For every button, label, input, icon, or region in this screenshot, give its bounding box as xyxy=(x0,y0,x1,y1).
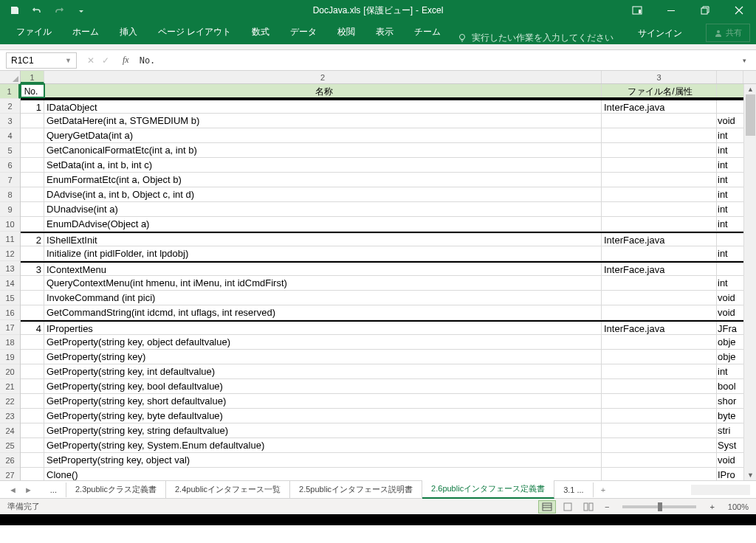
cell-no[interactable]: 4 xyxy=(21,322,44,334)
cell-no[interactable] xyxy=(21,468,44,480)
tab-team[interactable]: チーム xyxy=(404,21,451,44)
cell-file[interactable] xyxy=(602,305,717,319)
tab-insert[interactable]: 挿入 xyxy=(109,21,148,44)
cell-name[interactable]: GetProperty(string key) xyxy=(44,350,602,364)
cell-no[interactable] xyxy=(21,276,44,290)
cell-file[interactable] xyxy=(602,217,717,231)
row-header[interactable]: 18 xyxy=(0,335,20,350)
cell-return[interactable]: stri xyxy=(717,423,743,437)
cell-name[interactable]: SetData(int a, int b, int c) xyxy=(44,158,602,172)
row-header[interactable]: 23 xyxy=(0,409,20,423)
cell-file[interactable] xyxy=(602,379,717,393)
cell[interactable] xyxy=(717,84,743,97)
column-header-3[interactable]: 3 xyxy=(602,71,717,83)
sheet-nav-prev[interactable]: ◄ xyxy=(6,484,20,496)
row-header[interactable]: 2 xyxy=(0,99,20,114)
tab-view[interactable]: 表示 xyxy=(365,21,404,44)
cell-return[interactable]: JFra xyxy=(717,322,743,334)
scroll-up-arrow-icon[interactable]: ▲ xyxy=(744,84,756,94)
cell-name[interactable]: GetProperty(string key, System.Enum defa… xyxy=(44,438,602,452)
cell-no[interactable] xyxy=(21,305,44,319)
qat-customize-button[interactable] xyxy=(71,1,92,19)
cell-name[interactable]: QueryGetData(int a) xyxy=(44,128,602,142)
cell-return[interactable]: int xyxy=(717,143,743,157)
cell-name[interactable]: IShellExtInit xyxy=(44,233,602,246)
cell-file[interactable] xyxy=(602,128,717,142)
cell-return[interactable]: obje xyxy=(717,350,743,364)
chevron-down-icon[interactable]: ▼ xyxy=(65,57,72,64)
cell-file[interactable] xyxy=(602,143,717,157)
cell-name[interactable]: GetProperty(string key, object defaultva… xyxy=(44,335,602,349)
cell-file[interactable] xyxy=(602,246,717,260)
cell-no[interactable] xyxy=(21,246,44,260)
cell-no[interactable] xyxy=(21,379,44,393)
cell-no[interactable] xyxy=(21,394,44,408)
cell-return[interactable]: shor xyxy=(717,394,743,408)
cell-name[interactable]: GetCanonicalFormatEtc(int a, int b) xyxy=(44,143,602,157)
cell-return[interactable] xyxy=(717,233,743,246)
cell-file[interactable] xyxy=(602,350,717,364)
cell-no[interactable] xyxy=(21,173,44,187)
cell-no[interactable] xyxy=(21,128,44,142)
row-header[interactable]: 20 xyxy=(0,364,20,379)
row-header[interactable]: 15 xyxy=(0,291,20,305)
row-header[interactable]: 5 xyxy=(0,143,20,158)
row-header[interactable]: 9 xyxy=(0,202,20,217)
cell-return[interactable] xyxy=(717,100,743,113)
sheet-nav-next[interactable]: ► xyxy=(21,484,35,496)
cell-no[interactable] xyxy=(21,291,44,305)
zoom-slider[interactable] xyxy=(622,505,696,508)
zoom-out-button[interactable]: − xyxy=(600,502,614,511)
row-header[interactable]: 22 xyxy=(0,394,20,409)
sheet-tab[interactable]: 2.4publicインタフェース一覧 xyxy=(166,481,290,498)
tab-home[interactable]: ホーム xyxy=(62,21,109,44)
cell-no[interactable] xyxy=(21,114,44,128)
tab-file[interactable]: ファイル xyxy=(6,21,62,44)
cell-name[interactable]: GetProperty(string key, int defaultvalue… xyxy=(44,364,602,378)
select-all-corner[interactable] xyxy=(0,71,21,84)
cell-file[interactable] xyxy=(602,114,717,128)
zoom-slider-thumb[interactable] xyxy=(658,502,662,511)
cancel-formula-button[interactable]: ✕ xyxy=(87,55,94,66)
cell-no[interactable] xyxy=(21,202,44,216)
column-header-2[interactable]: 2 xyxy=(44,71,602,83)
cell-file[interactable] xyxy=(602,335,717,349)
cell-return[interactable]: int xyxy=(717,217,743,231)
cell-file[interactable] xyxy=(602,173,717,187)
cell-file[interactable] xyxy=(602,158,717,172)
cell-file[interactable] xyxy=(602,423,717,437)
cell-file[interactable]: InterFace.java xyxy=(602,263,717,275)
enter-formula-button[interactable]: ✓ xyxy=(102,55,109,66)
close-button[interactable] xyxy=(722,0,756,21)
scroll-thumb[interactable] xyxy=(746,94,755,136)
cell-file[interactable] xyxy=(602,394,717,408)
cell-name[interactable]: GetDataHere(int a, STGMEDIUM b) xyxy=(44,114,602,128)
row-header[interactable]: 17 xyxy=(0,320,20,335)
row-header[interactable]: 25 xyxy=(0,438,20,453)
cell-name[interactable]: QueryContextMenu(int hmenu, int iMenu, i… xyxy=(44,276,602,290)
page-layout-view-button[interactable] xyxy=(559,500,577,513)
cell-file[interactable] xyxy=(602,468,717,480)
zoom-in-button[interactable]: + xyxy=(705,502,718,511)
column-header-1[interactable]: 1 xyxy=(21,71,44,83)
normal-view-button[interactable] xyxy=(538,500,556,513)
cell-name[interactable]: Clone() xyxy=(44,468,602,480)
name-box[interactable]: R1C1 ▼ xyxy=(6,52,77,69)
expand-formula-bar-button[interactable]: ▾ xyxy=(737,57,752,64)
cell-return[interactable]: bool xyxy=(717,379,743,393)
cell-return[interactable]: int xyxy=(717,276,743,290)
row-header[interactable]: 11 xyxy=(0,232,20,246)
formula-input[interactable]: No. xyxy=(135,53,737,68)
cell-return[interactable]: obje xyxy=(717,335,743,349)
zoom-level[interactable]: 100% xyxy=(728,502,749,511)
cell-no[interactable] xyxy=(21,438,44,452)
cell-return[interactable]: int xyxy=(717,202,743,216)
cell-name[interactable]: IProperties xyxy=(44,322,602,334)
cell-no[interactable]: 3 xyxy=(21,263,44,275)
cell-no[interactable] xyxy=(21,453,44,467)
cell-file[interactable]: InterFace.java xyxy=(602,233,717,246)
row-header[interactable]: 26 xyxy=(0,453,20,468)
row-header[interactable]: 3 xyxy=(0,114,20,128)
cell-return[interactable]: int xyxy=(717,364,743,378)
cells-area[interactable]: No. 名称 ファイル名/属性 1IDataObjectInterFace.ja… xyxy=(21,84,756,480)
